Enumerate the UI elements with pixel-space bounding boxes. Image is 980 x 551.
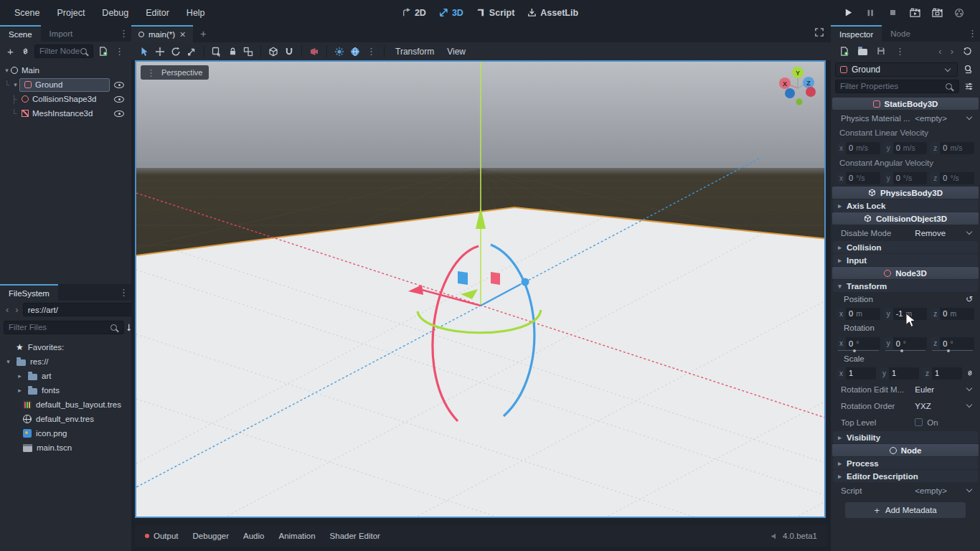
section-visibility[interactable]: ▸Visibility <box>833 431 978 443</box>
property-script[interactable]: Script <empty> <box>831 483 980 498</box>
collapse-arrow-icon[interactable]: ▾ <box>3 67 11 74</box>
new-resource-button[interactable] <box>837 44 851 58</box>
visibility-toggle-icon[interactable] <box>114 96 124 103</box>
history-back-icon[interactable]: ‹ <box>936 46 943 57</box>
property-value[interactable]: YXZ <box>915 402 964 410</box>
movie-maker-button[interactable] <box>951 5 967 21</box>
transform-menu[interactable]: Transform <box>390 47 440 57</box>
chevron-down-icon[interactable] <box>966 385 972 391</box>
z-field[interactable]: z0m <box>930 308 974 320</box>
menu-scene[interactable]: Scene <box>7 5 47 21</box>
x-field[interactable]: x0° <box>837 337 880 349</box>
inspector-menu-icon[interactable]: ⋮ <box>965 29 980 38</box>
menu-editor[interactable]: Editor <box>138 5 176 21</box>
play-scene-button[interactable] <box>907 5 923 21</box>
tab-node[interactable]: Node <box>882 25 919 42</box>
tree-row-main[interactable]: ▾ Main <box>0 63 131 77</box>
x-field[interactable]: x1 <box>837 367 876 380</box>
chevron-down-icon[interactable] <box>966 114 972 120</box>
close-tab-icon[interactable]: ✕ <box>179 30 186 39</box>
load-resource-button[interactable] <box>855 44 870 58</box>
section-transform[interactable]: ▾Transform <box>833 280 978 292</box>
scene-dock-menu-icon[interactable]: ⋮ <box>116 29 131 38</box>
visibility-toggle-icon[interactable] <box>114 82 124 88</box>
workspace-script[interactable]: Script <box>476 8 514 18</box>
bottom-tab-animation[interactable]: Animation <box>278 532 315 540</box>
z-field[interactable]: z0°/s <box>930 172 974 184</box>
category-node3d[interactable]: Node3D <box>832 267 979 279</box>
preview-sunlight-icon[interactable] <box>332 44 347 59</box>
view-menu[interactable]: View <box>441 47 471 57</box>
menu-debug[interactable]: Debug <box>95 5 136 21</box>
revert-icon[interactable]: ↺ <box>966 294 973 304</box>
bottom-tab-shader-editor[interactable]: Shader Editor <box>330 532 380 540</box>
visibility-toggle-icon[interactable] <box>114 110 124 117</box>
file-row-main-tscn[interactable]: main.tscn <box>0 441 131 455</box>
expand-arrow-icon[interactable]: ▸ <box>16 387 24 394</box>
selected-node-box[interactable]: Ground <box>19 78 110 92</box>
file-row-res[interactable]: ▾ res:// <box>0 354 131 369</box>
section-process[interactable]: ▸Process <box>833 457 978 469</box>
tree-row-meshinstance[interactable]: └ MeshInstance3d <box>0 106 131 121</box>
history-forward-icon[interactable]: › <box>13 304 20 315</box>
save-resource-button[interactable] <box>874 44 888 58</box>
workspace-2d[interactable]: 2D <box>402 8 426 18</box>
list-select-tool-button[interactable] <box>209 44 224 59</box>
bottom-tab-audio[interactable]: Audio <box>243 532 264 540</box>
y-field[interactable]: y0°/s <box>884 172 928 184</box>
filesystem-menu-icon[interactable]: ⋮ <box>116 288 131 297</box>
top-level-checkbox[interactable] <box>915 418 923 426</box>
tab-scene[interactable]: Scene <box>0 25 41 42</box>
y-field[interactable]: y1 <box>880 367 919 380</box>
file-row-favorites[interactable]: ★ Favorites: <box>0 340 131 354</box>
local-space-icon[interactable] <box>266 44 281 59</box>
rotate-tool-button[interactable] <box>169 44 183 59</box>
bottom-tab-debugger[interactable]: Debugger <box>193 532 230 540</box>
category-collisionobject3d[interactable]: CollisionObject3D <box>832 212 979 225</box>
scale-tool-button[interactable] <box>184 44 199 59</box>
new-scene-tab-button[interactable]: + <box>193 25 213 42</box>
property-physics-material[interactable]: Physics Material ... <empty> <box>831 110 980 126</box>
chevron-down-icon[interactable] <box>966 486 972 492</box>
z-field[interactable]: z0m/s <box>930 142 974 154</box>
select-tool-button[interactable] <box>137 44 151 59</box>
collapse-arrow-icon[interactable]: ▾ <box>4 358 12 365</box>
workspace-assetlib[interactable]: AssetLib <box>527 8 578 18</box>
history-forward-icon[interactable]: › <box>948 46 956 57</box>
z-field[interactable]: z1 <box>923 367 962 380</box>
preview-environment-icon[interactable] <box>348 44 362 59</box>
property-value[interactable]: Euler <box>915 385 964 394</box>
edited-node-selector[interactable]: Ground <box>835 62 958 77</box>
property-value[interactable]: Remove <box>915 229 964 237</box>
section-axis-lock[interactable]: ▸Axis Lock <box>833 199 978 212</box>
play-button[interactable] <box>840 5 856 21</box>
projection-selector[interactable]: ⋮ Perspective <box>141 65 209 80</box>
preview-menu-icon[interactable]: ⋮ <box>364 47 379 56</box>
link-scale-icon[interactable] <box>966 369 974 377</box>
property-disable-mode[interactable]: Disable Mode Remove <box>831 225 980 240</box>
attach-script-button[interactable] <box>97 44 109 58</box>
chevron-down-icon[interactable] <box>966 229 972 235</box>
file-row-art[interactable]: ▸ art <box>0 369 131 383</box>
property-value[interactable]: <empty> <box>915 114 964 123</box>
file-row-icon-png[interactable]: icon.png <box>0 426 131 441</box>
tree-row-ground[interactable]: └ ▾ Ground <box>0 77 131 92</box>
open-docs-button[interactable] <box>961 62 976 77</box>
section-editor-description[interactable]: ▸Editor Description <box>833 470 978 482</box>
expand-arrow-icon[interactable]: ▸ <box>16 372 24 380</box>
bottom-tab-output[interactable]: Output <box>154 532 179 540</box>
y-field[interactable]: y0m/s <box>884 142 928 154</box>
workspace-3d[interactable]: 3D <box>439 8 463 18</box>
z-field[interactable]: z0° <box>930 337 974 349</box>
section-input[interactable]: ▸Input <box>833 254 978 266</box>
pause-button[interactable] <box>862 5 878 21</box>
history-icon[interactable] <box>960 44 974 58</box>
move-tool-button[interactable] <box>153 44 167 59</box>
category-node[interactable]: Node <box>832 444 979 456</box>
resource-menu-icon[interactable]: ⋮ <box>892 47 908 56</box>
tab-inspector[interactable]: Inspector <box>831 25 882 42</box>
x-field[interactable]: x0°/s <box>837 172 880 184</box>
scene-tree-menu-icon[interactable]: ⋮ <box>112 47 127 56</box>
y-field[interactable]: y0° <box>884 337 928 349</box>
history-back-icon[interactable]: ‹ <box>4 304 11 315</box>
